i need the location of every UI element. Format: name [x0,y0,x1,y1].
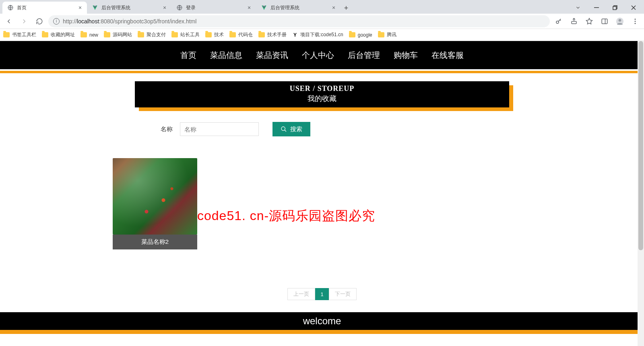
forward-button[interactable] [18,15,31,28]
folder-icon [42,32,48,37]
globe-icon [176,4,183,11]
minimize-button[interactable] [588,2,605,14]
footer-accent [0,332,644,334]
item-grid: 菜品名称2 [113,158,531,249]
main-nav: 首页 菜品信息 菜品资讯 个人中心 后台管理 购物车 在线客服 [0,41,644,69]
menu-icon[interactable] [629,15,642,28]
browser-toolbar: i http://localhost:8080/springbootc3op5/… [0,14,644,29]
bookmark-item[interactable]: 代码仓 [229,31,253,38]
site-info-icon[interactable]: i [53,18,60,25]
bookmark-item[interactable]: google [349,32,372,38]
svg-rect-5 [572,21,576,24]
tab-2[interactable]: 登录 × [171,2,256,14]
scrollbar-thumb[interactable] [638,41,643,250]
item-caption: 菜品名称2 [113,235,197,249]
tab-label: 后台管理系统 [270,4,328,11]
svg-line-14 [285,130,286,132]
side-panel-icon[interactable] [598,15,611,28]
link-icon: Y [292,32,298,38]
folder-icon [80,32,87,37]
nav-news[interactable]: 菜品资讯 [256,50,288,61]
page-content: 首页 菜品信息 菜品资讯 个人中心 后台管理 购物车 在线客服 USER / S… [0,41,644,346]
vue-icon [261,4,267,11]
pagination: 上一页 1 下一页 [0,288,644,300]
tab-3[interactable]: 后台管理系统 × [256,2,341,14]
page-number[interactable]: 1 [315,288,328,300]
folder-icon [349,32,355,37]
folder-icon [205,32,212,37]
item-card[interactable]: 菜品名称2 [113,158,197,249]
nav-cart[interactable]: 购物车 [394,50,418,61]
bookmark-item[interactable]: 站长工具 [171,31,200,38]
folder-icon [104,32,110,37]
section-title-en: USER / STOREUP [135,84,509,93]
nav-support[interactable]: 在线客服 [431,50,464,61]
watermark-text: code51. cn-源码乐园盗图必究 [197,207,375,225]
nav-home[interactable]: 首页 [180,50,196,61]
nav-admin[interactable]: 后台管理 [348,50,380,61]
bookmark-item[interactable]: 腾讯 [378,31,396,38]
section-title: USER / STOREUP 我的收藏 [135,81,509,107]
bookmarks-bar: 书签工具栏 收藏的网址 new 源码网站 聚合支付 站长工具 技术 代码仓 技术… [0,29,644,41]
folder-icon [229,32,236,37]
svg-point-11 [635,21,636,22]
bookmark-item[interactable]: 技术 [205,31,224,38]
folder-icon [3,32,10,37]
nav-user-center[interactable]: 个人中心 [302,50,334,61]
item-image [113,158,197,235]
search-icon [281,126,287,132]
search-button[interactable]: 搜索 [272,122,310,136]
bookmark-item[interactable]: 收藏的网址 [42,31,75,38]
close-window-button[interactable] [625,2,642,14]
new-tab-button[interactable]: + [341,2,352,14]
close-icon[interactable]: × [162,5,167,10]
bookmark-item[interactable]: Y项目下载:code51.cn [292,31,343,38]
close-icon[interactable]: × [77,5,83,10]
folder-icon [378,32,384,37]
svg-rect-6 [602,19,607,24]
key-icon[interactable] [552,15,565,28]
folder-icon [171,32,178,37]
svg-rect-2 [594,7,599,8]
tab-0[interactable]: 首页 × [2,2,87,14]
bookmark-item[interactable]: 书签工具栏 [3,31,36,38]
tab-label: 后台管理系统 [101,4,159,11]
svg-point-9 [619,19,621,22]
tab-label: 登录 [186,4,243,11]
window-controls [569,2,644,14]
page-next[interactable]: 下一页 [329,288,357,300]
url-text: http://localhost:8080/springbootc3op5/fr… [63,18,545,25]
section-title-zh: 我的收藏 [135,94,509,103]
chevron-down-icon[interactable] [569,2,587,14]
page-viewport: 首页 菜品信息 菜品资讯 个人中心 后台管理 购物车 在线客服 USER / S… [0,41,644,346]
tab-strip: 首页 × 后台管理系统 × 登录 × 后台管理 [0,0,569,14]
close-icon[interactable]: × [331,5,336,10]
tab-1[interactable]: 后台管理系统 × [87,2,171,14]
share-icon[interactable] [568,15,580,28]
close-icon[interactable]: × [246,5,252,10]
accent-line [0,71,644,73]
svg-point-10 [635,19,636,20]
bookmark-item[interactable]: 聚合支付 [138,31,166,38]
svg-rect-3 [613,6,616,10]
footer-text: welcome [303,315,341,326]
folder-icon [138,32,144,37]
reload-button[interactable] [33,15,46,28]
svg-point-13 [281,127,285,130]
search-label: 名称 [161,126,173,133]
maximize-button[interactable] [606,2,624,14]
bookmark-item[interactable]: 技术手册 [258,31,287,38]
search-row: 名称 搜索 [135,122,509,136]
nav-dishes[interactable]: 菜品信息 [210,50,242,61]
search-input[interactable] [180,122,259,136]
bookmark-item[interactable]: new [80,32,98,38]
address-bar[interactable]: i http://localhost:8080/springbootc3op5/… [48,15,550,27]
page-prev[interactable]: 上一页 [287,288,315,300]
titlebar: 首页 × 后台管理系统 × 登录 × 后台管理 [0,0,644,14]
bookmark-star-icon[interactable] [583,15,596,28]
bookmark-item[interactable]: 源码网站 [104,31,132,38]
scrollbar[interactable] [638,41,644,346]
back-button[interactable] [2,15,15,28]
profile-icon[interactable] [613,15,626,28]
folder-icon [258,32,265,37]
